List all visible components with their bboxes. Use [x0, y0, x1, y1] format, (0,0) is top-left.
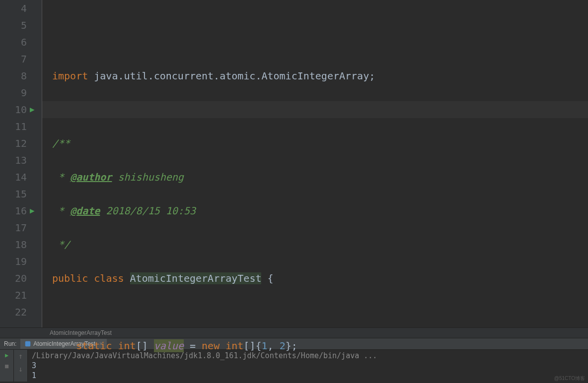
line-number: 18 [0, 236, 27, 253]
line-number: 19 [0, 253, 27, 270]
run-gutter-icon[interactable]: ▶ [30, 202, 35, 219]
gutter: 4 5 6 7 8 9 10▶ 11 12 13 14 15 16▶ 17 18… [0, 0, 42, 327]
run-tab-icon [24, 340, 31, 347]
run-label: Run: [0, 340, 20, 347]
code-line: /** [52, 135, 588, 152]
line-number: 17 [0, 219, 27, 236]
line-number: 12 [0, 135, 27, 152]
code-line [52, 371, 588, 383]
line-number: 22 [0, 304, 27, 320]
line-number: 4 [0, 0, 27, 17]
line-number: 5 [0, 17, 27, 34]
code-area[interactable]: import java.util.concurrent.atomic.Atomi… [42, 0, 588, 327]
up-icon[interactable]: ↑ [18, 352, 23, 361]
code-line: import java.util.concurrent.atomic.Atomi… [52, 67, 588, 84]
line-number: 11 [0, 118, 27, 135]
svg-rect-0 [25, 341, 31, 347]
code-line: * @author shishusheng [52, 169, 588, 186]
console-nav-toolbar: ↑ ↓ [14, 350, 28, 382]
code-line: * @date 2018/8/15 10:53 [52, 202, 588, 219]
stop-icon[interactable]: ■ [5, 363, 8, 370]
run-gutter-icon[interactable]: ▶ [30, 101, 35, 118]
line-number: 20 [0, 270, 27, 287]
code-line: */ [52, 236, 588, 253]
console-line: 3 [32, 361, 36, 370]
line-number: 7 [0, 51, 27, 67]
line-number: 10▶ [0, 101, 27, 118]
code-editor[interactable]: 4 5 6 7 8 9 10▶ 11 12 13 14 15 16▶ 17 18… [0, 0, 588, 327]
console-line: 1 [32, 371, 36, 380]
line-number: 16▶ [0, 202, 27, 219]
line-number: 9 [0, 84, 27, 101]
console-left-toolbar: ▶ ■ [0, 350, 14, 382]
down-icon[interactable]: ↓ [18, 365, 23, 374]
line-number: 6 [0, 34, 27, 51]
line-number: 13 [0, 152, 27, 169]
code-line: static int[] value = new int[]{1, 2}; [52, 337, 588, 354]
rerun-icon[interactable]: ▶ [5, 352, 8, 359]
code-line [52, 101, 588, 118]
line-number: 15 [0, 186, 27, 202]
code-line: public class AtomicIntegerArrayTest { [52, 270, 588, 287]
line-number: 8 [0, 67, 27, 84]
line-number: 14 [0, 169, 27, 186]
code-line [52, 304, 588, 320]
line-number: 21 [0, 287, 27, 304]
